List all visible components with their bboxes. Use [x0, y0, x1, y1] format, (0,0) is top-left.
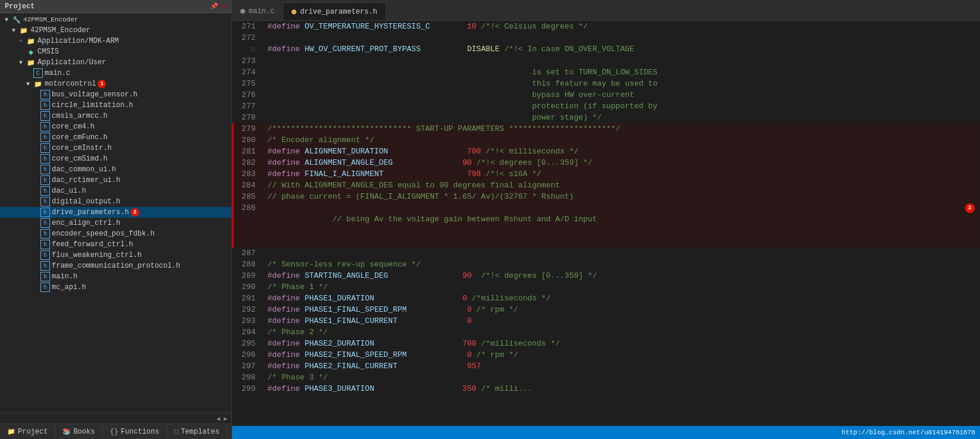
fold-icon-273[interactable]: □ [251, 44, 254, 55]
code-line-286: 286 // being Av the voltage gain between… [233, 202, 979, 247]
tab-main-c[interactable]: main.c [232, 2, 283, 20]
code-line-271: 271 #define OV_TEMPERATURE_HYSTERESIS_C … [233, 21, 979, 32]
line-content-282: #define ALIGNMENT_ANGLE_DEG 90 /*!< degr… [263, 157, 979, 168]
spacer: ▶ [33, 284, 40, 291]
tree-item-core-cm4[interactable]: ▶ h core_cm4.h [0, 121, 231, 132]
bus-voltage-label: bus_voltage_sensor.h [52, 90, 137, 99]
spacer: ▶ [33, 145, 40, 152]
spacer: ▶ [33, 198, 40, 205]
file-h-icon: h [40, 250, 50, 260]
code-editor[interactable]: 271 #define OV_TEMPERATURE_HYSTERESIS_C … [232, 21, 980, 426]
line-content-281: #define ALIGNMENT_DURATION 700 /*!< mill… [263, 146, 979, 157]
scroll-left-icon[interactable]: ◀ [215, 415, 222, 423]
tab-templates-label: Templates [181, 428, 220, 436]
expand-arrow: ▼ [26, 81, 33, 87]
core-cmsimd-label: core_cmSimd.h [52, 155, 108, 163]
code-line-290: 290 /* Phase 1 */ [233, 281, 979, 293]
line-num-287: 287 [233, 247, 263, 259]
tab-drive-params[interactable]: drive_parameters.h [283, 2, 386, 20]
code-line-298: 298 /* Phase 3 */ [233, 372, 979, 383]
tree-item-digital-out[interactable]: ▶ h digital_output.h [0, 196, 231, 207]
tree-item-enc-align[interactable]: ▶ h enc_align_ctrl.h [0, 218, 231, 228]
tab-functions[interactable]: {} Functions [102, 424, 167, 439]
line-content-286: // being Av the voltage gain between Rsh… [263, 202, 979, 247]
tree-item-motorcontrol[interactable]: ▼ 📁 motorcontrol 1 [0, 79, 231, 89]
folder-icon: 📁 [26, 36, 36, 46]
tree-item-app-mdk[interactable]: + 📁 Application/MDK-ARM [0, 36, 231, 46]
line-content-294: /* Phase 2 */ [263, 327, 979, 338]
code-line-274: 274 is set to TURN_ON_LOW_SIDES [233, 67, 979, 78]
code-line-282: 282 #define ALIGNMENT_ANGLE_DEG 90 /*!< … [233, 157, 979, 168]
tree-item-encoder-root[interactable]: ▼ 📁 42PMSM_Encoder [0, 25, 231, 36]
close-icon[interactable]: ✕ [222, 1, 227, 11]
line-num-276: 276 [233, 89, 263, 101]
line-content-276: bypass HW over-current [263, 89, 979, 101]
line-content-279: /****************************** START-UP… [263, 123, 979, 134]
tab-templates[interactable]: □ Templates [167, 424, 227, 439]
tree-item-core-cminstr[interactable]: ▶ h core_cmInstr.h [0, 143, 231, 153]
code-line-280: 280 /* Encoder alignment */ [233, 134, 979, 146]
badge-3: 3 [965, 203, 975, 213]
tree-item-dac-rctimer[interactable]: ▶ h dac_rctimer_ui.h [0, 175, 231, 186]
tree-item-main-h[interactable]: ▶ h main.h [0, 271, 231, 282]
project-icon: 🔧 [12, 15, 21, 24]
line-content-280: /* Encoder alignment */ [263, 134, 979, 146]
project-root-label: 42PMSM_Encoder [23, 16, 78, 23]
tree-item-main-c[interactable]: ▶ C main.c [0, 68, 231, 79]
spacer: ▶ [26, 70, 33, 77]
file-h-icon: h [40, 229, 50, 239]
file-h-icon: h [40, 240, 50, 249]
folder-icon: 📁 [19, 26, 29, 35]
tree-item-flux-weak[interactable]: ▶ h flux_weakening_ctrl.h [0, 250, 231, 261]
tree-item-app-user[interactable]: ▼ 📁 Application/User [0, 57, 231, 68]
tree-item-frame-comm[interactable]: ▶ h frame_communication_protocol.h [0, 261, 231, 271]
file-h-icon: h [40, 154, 50, 164]
spacer: ▶ [33, 252, 40, 259]
tree-item-core-cmsimd[interactable]: ▶ h core_cmSimd.h [0, 153, 231, 164]
line-num-297: 297 [233, 360, 263, 372]
tree-item-bus-voltage[interactable]: ▶ h bus_voltage_sensor.h [0, 89, 231, 100]
tab-bar: main.c drive_parameters.h [232, 0, 980, 21]
code-line-278: 278 power stage) */ [233, 112, 979, 123]
line-content-292: #define PHASE1_FINAL_SPEED_RPM 0 /* rpm … [263, 304, 979, 315]
code-line-293: 293 #define PHASE1_FINAL_CURRENT 0 [233, 315, 979, 327]
tree-item-core-cmfunc[interactable]: ▶ h core_cmFunc.h [0, 132, 231, 143]
tree-item-mc-api[interactable]: ▶ h mc_api.h [0, 282, 231, 293]
spacer: ▶ [33, 187, 40, 195]
line-num-283: 283 [233, 168, 263, 180]
tree-item-dac-ui[interactable]: ▶ h dac_ui.h [0, 186, 231, 196]
spacer: ▶ [33, 134, 40, 141]
line-num-284: 284 [233, 180, 263, 191]
file-h-icon: h [40, 165, 50, 174]
spacer: ▶ [33, 219, 40, 227]
file-h-icon: h [40, 133, 50, 142]
line-num-273: □273 [233, 43, 263, 67]
code-line-283: 283 #define FINAL_I_ALIGNMENT 798 /*!< s… [233, 168, 979, 180]
code-line-288: 288 /* Sensor-less rev-up sequence */ [233, 259, 979, 270]
line-content-293: #define PHASE1_FINAL_CURRENT 0 [263, 315, 979, 327]
scroll-right-icon[interactable]: ▶ [222, 415, 229, 423]
tab-project[interactable]: 📁 Project [0, 424, 55, 439]
line-num-291: 291 [233, 293, 263, 304]
tree-item-drive-params[interactable]: ▶ h drive_parameters.h 2 [0, 207, 231, 218]
tree-item-project-root[interactable]: ▼ 🔧 42PMSM_Encoder [0, 14, 231, 25]
tree-item-encoder-spd[interactable]: ▶ h encoder_speed_pos_fdbk.h [0, 228, 231, 239]
line-num-272: 272 [233, 32, 263, 43]
motorcontrol-label: motorcontrol [45, 80, 96, 88]
tree-item-cmsis[interactable]: ▶ ◆ CMSIS [0, 46, 231, 57]
pin-icon[interactable]: 📌 [210, 2, 218, 10]
line-content-285: // phase current = (FINAL_I_ALIGNMENT * … [263, 191, 979, 202]
tree-item-cmsis-armcc[interactable]: ▶ h cmsis_armcc.h [0, 111, 231, 121]
tree-item-dac-common[interactable]: ▶ h dac_common_ui.h [0, 164, 231, 175]
line-content-272 [263, 32, 979, 43]
line-num-294: 294 [233, 327, 263, 338]
tree-item-feed-fwd[interactable]: ▶ h feed_forward_ctrl.h [0, 239, 231, 250]
file-h-icon: h [40, 186, 50, 196]
tab-books[interactable]: 📚 Books [55, 424, 102, 439]
tree-item-circle-lim[interactable]: ▶ h circle_limitation.h [0, 100, 231, 111]
file-h-icon: h [40, 197, 50, 206]
line-content-288: /* Sensor-less rev-up sequence */ [263, 259, 979, 270]
sidebar-tree: ▼ 🔧 42PMSM_Encoder ▼ 📁 42PMSM_Encoder + … [0, 13, 231, 413]
expand-arrow: ▼ [12, 27, 19, 34]
line-num-292: 292 [233, 304, 263, 315]
